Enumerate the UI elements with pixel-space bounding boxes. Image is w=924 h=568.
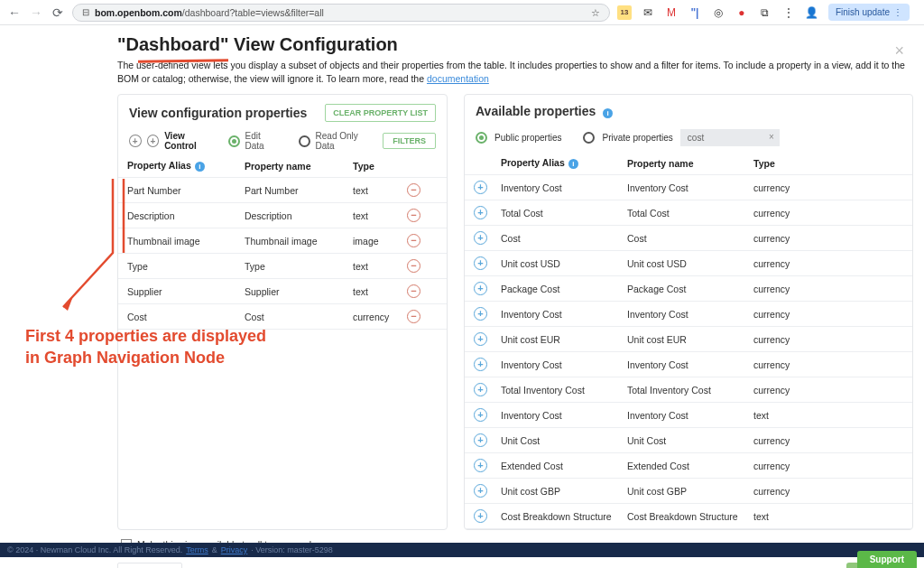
add-row-icon-2[interactable]: +: [147, 135, 160, 147]
prop-type: currency: [353, 312, 407, 322]
remove-property-icon[interactable]: −: [407, 284, 420, 298]
site-info-icon[interactable]: ⊟: [82, 7, 89, 17]
add-property-icon[interactable]: +: [474, 484, 487, 498]
add-property-icon[interactable]: +: [474, 459, 487, 472]
available-property-row[interactable]: + Extended Cost Extended Cost currency: [465, 453, 912, 479]
prop-type: currency: [753, 182, 808, 193]
prop-alias: Total Inventory Cost: [501, 385, 627, 396]
prop-type: text: [753, 410, 808, 421]
prop-name: Inventory Cost: [627, 410, 753, 421]
available-property-row[interactable]: + Inventory Cost Inventory Cost currency: [465, 352, 912, 377]
prop-name: Thumbnail image: [245, 236, 353, 247]
prop-name: Cost Breakdown Structure: [627, 511, 753, 522]
back-button[interactable]: ←: [7, 5, 22, 20]
prop-name: Total Inventory Cost: [627, 385, 753, 396]
prop-alias: Unit cost EUR: [501, 334, 627, 345]
remove-property-icon[interactable]: −: [407, 209, 420, 222]
prop-alias: Description: [127, 210, 245, 221]
available-property-row[interactable]: + Unit cost EUR Unit cost EUR currency: [465, 327, 912, 352]
add-property-icon[interactable]: +: [474, 282, 487, 295]
add-property-icon[interactable]: +: [474, 307, 487, 321]
add-property-icon[interactable]: +: [474, 206, 487, 219]
add-property-icon[interactable]: +: [474, 332, 487, 346]
cancel-button[interactable]: CANCEL: [117, 563, 182, 568]
svg-marker-0: [63, 296, 73, 311]
private-props-radio[interactable]: [583, 132, 595, 144]
info-icon[interactable]: i: [603, 108, 613, 118]
remove-property-icon[interactable]: −: [407, 234, 420, 247]
add-property-icon[interactable]: +: [474, 358, 487, 371]
config-property-row[interactable]: Thumbnail image Thumbnail image image −: [118, 228, 447, 254]
prop-alias: Supplier: [127, 286, 245, 297]
add-property-icon[interactable]: +: [474, 383, 487, 396]
prop-type: image: [353, 236, 407, 247]
config-property-row[interactable]: Type Type text −: [118, 254, 447, 279]
available-properties-panel: Available properties i Public properties…: [464, 94, 913, 530]
available-property-row[interactable]: + Package Cost Package Cost currency: [465, 276, 912, 302]
ext-icon-2[interactable]: ✉: [641, 5, 655, 20]
add-row-icon[interactable]: +: [129, 135, 142, 147]
finish-update-button[interactable]: Finish update ⋮: [828, 4, 910, 21]
prop-alias: Cost Breakdown Structure: [501, 511, 627, 522]
browser-toolbar: ← → ⟳ ⊟ bom.openbom.com/dashboard?table=…: [0, 0, 924, 25]
support-button[interactable]: Support: [857, 551, 917, 568]
close-icon[interactable]: ×: [894, 42, 904, 61]
add-property-icon[interactable]: +: [474, 408, 487, 422]
address-bar[interactable]: ⊟ bom.openbom.com/dashboard?table=views&…: [72, 4, 610, 22]
prop-alias: Extended Cost: [501, 461, 627, 471]
ext-icon-3[interactable]: M: [664, 5, 679, 20]
available-property-row[interactable]: + Inventory Cost Inventory Cost text: [465, 403, 912, 428]
available-property-row[interactable]: + Unit cost GBP Unit cost GBP currency: [465, 479, 912, 504]
search-input[interactable]: [680, 129, 780, 146]
add-property-icon[interactable]: +: [474, 231, 487, 245]
config-property-row[interactable]: Description Description text −: [118, 203, 447, 228]
remove-property-icon[interactable]: −: [407, 259, 420, 273]
edit-data-radio[interactable]: [228, 135, 240, 147]
info-icon[interactable]: i: [568, 159, 578, 169]
public-props-radio[interactable]: [476, 132, 487, 144]
prop-alias: Total Cost: [501, 208, 627, 219]
prop-type: currency: [753, 461, 808, 471]
available-property-row[interactable]: + Cost Breakdown Structure Cost Breakdow…: [465, 504, 912, 529]
ext-icon-4[interactable]: "|: [688, 5, 702, 20]
read-only-radio[interactable]: [299, 135, 310, 147]
info-icon[interactable]: i: [195, 162, 205, 172]
remove-property-icon[interactable]: −: [407, 310, 420, 323]
clear-search-icon[interactable]: ×: [769, 132, 774, 142]
ext-icon-1[interactable]: 13: [617, 5, 632, 20]
ext-icon-5[interactable]: ◎: [711, 5, 725, 20]
prop-alias: Unit cost USD: [501, 258, 627, 269]
add-property-icon[interactable]: +: [474, 256, 487, 270]
prop-type: text: [353, 261, 407, 272]
available-property-row[interactable]: + Total Cost Total Cost currency: [465, 200, 912, 226]
prop-alias: Inventory Cost: [501, 182, 627, 193]
config-property-row[interactable]: Supplier Supplier text −: [118, 279, 447, 304]
add-property-icon[interactable]: +: [474, 509, 487, 523]
config-property-row[interactable]: Part Number Part Number text −: [118, 178, 447, 203]
add-property-icon[interactable]: +: [474, 433, 487, 447]
profile-avatar[interactable]: 👤: [805, 5, 819, 20]
bookmark-star-icon[interactable]: ☆: [591, 7, 600, 18]
prop-alias: Inventory Cost: [501, 309, 627, 320]
remove-property-icon[interactable]: −: [407, 183, 420, 197]
reload-button[interactable]: ⟳: [51, 5, 65, 20]
available-property-row[interactable]: + Cost Cost currency: [465, 226, 912, 251]
available-property-row[interactable]: + Inventory Cost Inventory Cost currency: [465, 175, 912, 200]
clear-property-list-button[interactable]: CLEAR PROPERTY LIST: [325, 104, 436, 122]
available-property-row[interactable]: + Unit Cost Unit Cost currency: [465, 428, 912, 453]
available-property-row[interactable]: + Unit cost USD Unit cost USD currency: [465, 251, 912, 276]
documentation-link[interactable]: documentation: [427, 73, 489, 84]
prop-type: currency: [753, 435, 808, 446]
edit-data-label: Edit Data: [245, 131, 282, 151]
privacy-link[interactable]: Privacy: [221, 545, 248, 554]
ext-menu-icon[interactable]: ⋮: [781, 5, 796, 20]
filters-button[interactable]: FILTERS: [383, 133, 436, 149]
terms-link[interactable]: Terms: [186, 545, 208, 554]
extension-icons: 13 ✉ M "| ◎ ● ⧉ ⋮ 👤 Finish update ⋮: [617, 4, 917, 21]
available-property-row[interactable]: + Total Inventory Cost Total Inventory C…: [465, 377, 912, 403]
ext-icon-6[interactable]: ●: [735, 5, 749, 20]
add-property-icon[interactable]: +: [474, 181, 487, 194]
available-property-row[interactable]: + Inventory Cost Inventory Cost currency: [465, 302, 912, 327]
ext-icon-7[interactable]: ⧉: [758, 5, 772, 20]
public-props-label: Public properties: [494, 133, 561, 143]
